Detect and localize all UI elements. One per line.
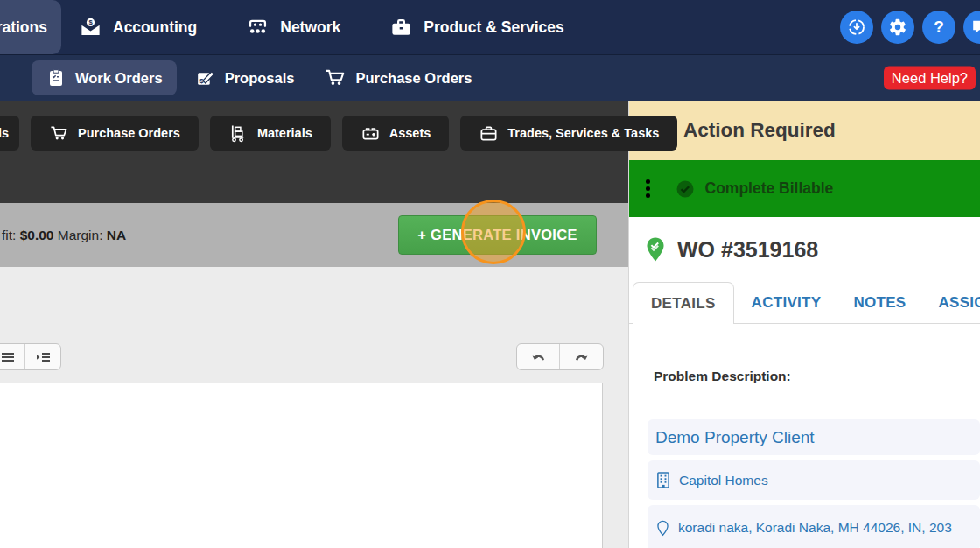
map-pin-check-icon <box>645 236 666 263</box>
nav-label: Accounting <box>113 18 197 37</box>
profit-margin-text: fit: $0.00 Margin: NA <box>2 228 126 243</box>
wo-section-tab-bar: als Purchase Orders <box>0 101 628 203</box>
left-panel: als Purchase Orders <box>0 101 628 548</box>
nav-label: rations <box>0 18 47 37</box>
client-name: Demo Property Client <box>655 428 815 447</box>
subnav-item-proposals[interactable]: $ Proposals <box>194 67 295 89</box>
asset-box-icon <box>360 123 381 144</box>
settings-icon[interactable] <box>881 11 914 44</box>
status-bar: Complete Billable <box>629 160 980 217</box>
wo-tab-purchase-orders[interactable]: Purchase Orders <box>31 116 199 151</box>
client-link-row[interactable]: Demo Property Client <box>648 419 980 455</box>
proposal-pencil-icon: $ <box>194 67 216 89</box>
wo-detail-tabs: DETAILS ACTIVITY NOTES ASSIGN <box>629 282 980 324</box>
status-label: Complete Billable <box>705 179 834 198</box>
wo-header: WO #3519168 <box>629 217 980 282</box>
client-info-rows: Demo Property Client Capitol Homes <box>648 419 980 548</box>
nav-item-product-services[interactable]: Product & Services <box>389 16 564 39</box>
app-window: rations $ Accounting <box>0 0 980 548</box>
action-required-title: Action Required <box>683 119 836 142</box>
need-help-button[interactable]: Need Help? <box>884 67 976 90</box>
work-order-panel: Action Required Complete Billable <box>628 101 980 548</box>
subnav-label: Proposals <box>225 70 295 87</box>
problem-description-label: Problem Description: <box>654 369 980 384</box>
content: als Purchase Orders <box>0 101 980 548</box>
sync-icon[interactable] <box>840 11 873 44</box>
subnav-label: Purchase Orders <box>355 70 472 87</box>
subnav-item-work-orders[interactable]: Work Orders <box>32 60 177 95</box>
nav-label: Product & Services <box>424 18 564 37</box>
editor-area <box>0 267 628 548</box>
svg-text:$: $ <box>88 18 93 26</box>
envelope-dollar-icon: $ <box>79 16 102 39</box>
wo-tab-assets[interactable]: Assets <box>342 116 450 151</box>
briefcase-outline-icon <box>479 123 499 144</box>
briefcase-icon <box>389 16 413 39</box>
sub-nav: Work Orders $ Proposals Purchase Orders … <box>0 54 980 101</box>
nav-label: Network <box>280 18 340 37</box>
wo-number: WO #3519168 <box>677 237 818 263</box>
handtruck-icon <box>228 123 248 144</box>
margin-value: NA <box>107 228 126 242</box>
tab-assignments[interactable]: ASSIGN <box>923 282 980 323</box>
site-name: Capitol Homes <box>679 473 768 488</box>
generate-invoice-button[interactable]: + GENERATE INVOICE <box>398 215 597 255</box>
help-icon[interactable]: ? <box>922 11 956 44</box>
editor-toolbar-left <box>0 343 61 370</box>
financial-summary-bar: fit: $0.00 Margin: NA + GENERATE INVOICE <box>0 203 628 267</box>
align-icon[interactable] <box>0 344 25 369</box>
profit-value: $0.00 <box>20 228 54 242</box>
subnav-item-purchase-orders[interactable]: Purchase Orders <box>324 67 472 89</box>
wo-tab-partial[interactable]: als <box>0 116 19 151</box>
chat-icon[interactable] <box>963 11 980 44</box>
cart-icon <box>324 67 346 89</box>
tab-details[interactable]: DETAILS <box>633 282 734 324</box>
people-network-icon <box>246 16 270 39</box>
action-required-banner: Action Required <box>629 101 980 160</box>
tab-notes[interactable]: NOTES <box>838 282 920 323</box>
top-nav: rations $ Accounting <box>0 0 980 54</box>
wo-tab-trades-services-tasks[interactable]: Trades, Services & Tasks <box>460 116 677 151</box>
status-check-icon <box>676 180 694 198</box>
editor-toolbar-right <box>516 343 604 370</box>
address-link-row[interactable]: koradi naka, Koradi Naka, MH 44026, IN, … <box>648 505 980 548</box>
nav-item-accounting[interactable]: $ Accounting <box>79 16 197 39</box>
redo-icon[interactable] <box>560 344 603 369</box>
top-nav-items: $ Accounting Network <box>79 16 564 39</box>
building-icon <box>655 471 671 489</box>
kebab-menu-icon[interactable] <box>640 176 655 201</box>
tab-activity[interactable]: ACTIVITY <box>737 282 836 323</box>
location-pin-icon <box>655 518 670 538</box>
site-link-row[interactable]: Capitol Homes <box>648 460 980 500</box>
wo-tab-materials[interactable]: Materials <box>210 116 331 151</box>
cart-icon <box>49 123 69 144</box>
clipboard-icon <box>46 67 66 88</box>
undo-icon[interactable] <box>517 344 560 369</box>
nav-item-network[interactable]: Network <box>246 16 340 39</box>
indent-icon[interactable] <box>25 344 60 369</box>
editor-canvas[interactable] <box>0 383 603 548</box>
top-right-icons: ? <box>840 11 980 44</box>
subnav-label: Work Orders <box>75 70 163 87</box>
address-text: koradi naka, Koradi Naka, MH 44026, IN, … <box>678 520 952 536</box>
nav-item-operations-partial[interactable]: rations <box>0 0 61 54</box>
